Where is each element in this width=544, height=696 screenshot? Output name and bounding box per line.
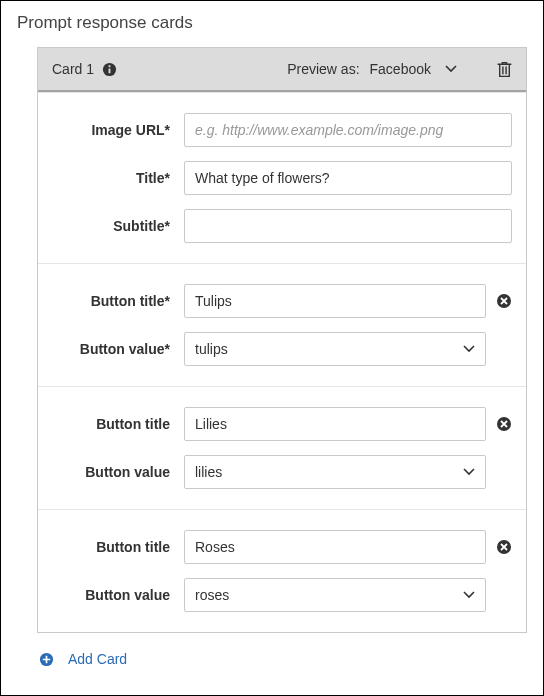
- button-title-label: Button title*: [52, 293, 184, 309]
- button-value-text: roses: [195, 587, 229, 603]
- caret-down-icon: [463, 591, 475, 599]
- add-card-label: Add Card: [68, 651, 127, 667]
- button-title-label: Button title: [52, 539, 184, 555]
- page-title: Prompt response cards: [17, 13, 527, 33]
- title-label: Title*: [52, 170, 184, 186]
- button-title-label: Button title: [52, 416, 184, 432]
- preview-as-select[interactable]: Facebook: [370, 61, 457, 77]
- close-circle-icon: [496, 293, 512, 309]
- button-value-select[interactable]: tulips: [184, 332, 486, 366]
- caret-down-icon: [463, 468, 475, 476]
- card-main-fields: Image URL* Title* Subtitle*: [38, 92, 526, 263]
- trash-icon: [497, 61, 512, 78]
- close-circle-icon: [496, 416, 512, 432]
- response-card: Card 1 Preview as: Facebook Image URL*: [37, 47, 527, 633]
- title-input[interactable]: [184, 161, 512, 195]
- close-circle-icon: [496, 539, 512, 555]
- button-value-text: lilies: [195, 464, 222, 480]
- button-title-input[interactable]: [184, 407, 486, 441]
- caret-down-icon: [445, 65, 457, 73]
- button-title-input[interactable]: [184, 530, 486, 564]
- info-icon[interactable]: [102, 62, 117, 77]
- svg-rect-1: [109, 68, 111, 73]
- card-label: Card 1: [52, 61, 94, 77]
- card-button-group: Button title Button value lilies: [38, 386, 526, 509]
- delete-card-button[interactable]: [497, 61, 512, 78]
- remove-button[interactable]: [496, 539, 512, 555]
- card-header: Card 1 Preview as: Facebook: [38, 48, 526, 92]
- subtitle-input[interactable]: [184, 209, 512, 243]
- preview-as-label: Preview as:: [287, 61, 359, 77]
- card-button-group: Button title* Button value* tulips: [38, 263, 526, 386]
- button-title-input[interactable]: [184, 284, 486, 318]
- button-value-label: Button value*: [52, 341, 184, 357]
- button-value-text: tulips: [195, 341, 228, 357]
- subtitle-label: Subtitle*: [52, 218, 184, 234]
- preview-as-value: Facebook: [370, 61, 431, 77]
- button-value-label: Button value: [52, 464, 184, 480]
- button-value-select[interactable]: roses: [184, 578, 486, 612]
- add-card-button[interactable]: Add Card: [39, 651, 527, 667]
- caret-down-icon: [463, 345, 475, 353]
- button-value-select[interactable]: lilies: [184, 455, 486, 489]
- button-value-label: Button value: [52, 587, 184, 603]
- remove-button[interactable]: [496, 416, 512, 432]
- svg-rect-2: [109, 65, 111, 67]
- image-url-label: Image URL*: [52, 122, 184, 138]
- card-button-group: Button title Button value roses: [38, 509, 526, 632]
- image-url-input[interactable]: [184, 113, 512, 147]
- remove-button[interactable]: [496, 293, 512, 309]
- plus-circle-icon: [39, 652, 54, 667]
